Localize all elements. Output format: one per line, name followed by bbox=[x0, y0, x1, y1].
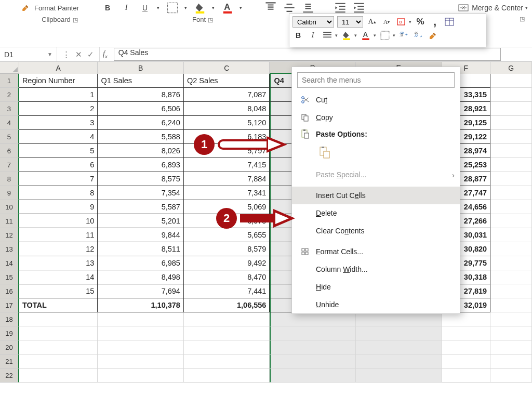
cell[interactable] bbox=[490, 172, 532, 186]
cell[interactable] bbox=[490, 298, 532, 312]
menu-item-delete[interactable]: Delete bbox=[292, 204, 460, 222]
cell[interactable] bbox=[490, 284, 532, 298]
dialog-launcher-icon[interactable]: ◳ bbox=[208, 17, 213, 23]
row-header[interactable]: 20 bbox=[0, 340, 19, 354]
fill-color-button[interactable] bbox=[341, 30, 352, 41]
cell[interactable]: 10 bbox=[19, 214, 98, 228]
font-size-select[interactable]: 11 bbox=[337, 16, 363, 28]
cell[interactable]: 5,201 bbox=[98, 214, 184, 228]
cell[interactable]: 6 bbox=[19, 158, 98, 172]
increase-decimal-button[interactable]: .0.00 bbox=[398, 30, 410, 41]
cell[interactable]: 5,120 bbox=[184, 116, 270, 130]
cell[interactable] bbox=[490, 88, 532, 102]
cell[interactable] bbox=[356, 340, 442, 354]
cell[interactable] bbox=[356, 326, 442, 340]
column-header[interactable]: B bbox=[98, 62, 184, 74]
row-header[interactable]: 11 bbox=[0, 214, 19, 228]
cell[interactable] bbox=[490, 144, 532, 158]
cell[interactable]: 7,415 bbox=[184, 158, 270, 172]
paste-button[interactable] bbox=[316, 144, 334, 162]
merge-center-button[interactable]: Merge & Center ▾ bbox=[458, 3, 528, 12]
row-header[interactable]: 14 bbox=[0, 256, 19, 270]
row-header[interactable]: 17 bbox=[0, 298, 19, 312]
cell[interactable] bbox=[490, 340, 532, 354]
italic-button[interactable]: I bbox=[307, 30, 318, 41]
row-header[interactable]: 6 bbox=[0, 144, 19, 158]
cell[interactable] bbox=[19, 326, 98, 340]
cell[interactable] bbox=[98, 369, 184, 383]
row-header[interactable]: 4 bbox=[0, 116, 19, 130]
cell[interactable]: 1,10,378 bbox=[98, 298, 184, 312]
cell[interactable]: 8,876 bbox=[98, 88, 184, 102]
cell[interactable]: 8,498 bbox=[98, 270, 184, 284]
menu-item-clear-contents[interactable]: Clear Contents bbox=[292, 222, 460, 240]
cell[interactable]: 8,579 bbox=[184, 242, 270, 256]
cell[interactable]: 11 bbox=[19, 228, 98, 242]
cell[interactable] bbox=[442, 354, 490, 369]
decrease-decimal-button[interactable]: .00.0 bbox=[413, 30, 424, 41]
cell[interactable]: 8,575 bbox=[98, 172, 184, 186]
menu-item-cut[interactable]: Cut bbox=[292, 91, 460, 109]
cell[interactable] bbox=[490, 200, 532, 214]
select-all-button[interactable] bbox=[0, 62, 19, 74]
cell[interactable]: 1,06,556 bbox=[184, 298, 270, 312]
cell[interactable]: 13 bbox=[19, 256, 98, 270]
cell[interactable] bbox=[490, 270, 532, 284]
cell[interactable]: 7,441 bbox=[184, 284, 270, 298]
row-header[interactable]: 10 bbox=[0, 200, 19, 214]
cell[interactable]: 7,354 bbox=[98, 186, 184, 200]
align-middle-button[interactable] bbox=[284, 2, 295, 14]
cell[interactable]: 8,511 bbox=[98, 242, 184, 256]
cell[interactable] bbox=[490, 369, 532, 383]
cell[interactable] bbox=[184, 340, 270, 354]
cell[interactable] bbox=[19, 369, 98, 383]
fx-icon[interactable]: fx bbox=[100, 50, 111, 59]
cell[interactable]: 5,587 bbox=[98, 200, 184, 214]
cell[interactable] bbox=[98, 354, 184, 369]
column-header[interactable]: A bbox=[19, 62, 98, 74]
row-header[interactable]: 21 bbox=[0, 354, 19, 369]
format-painter-button[interactable] bbox=[428, 30, 439, 41]
row-header[interactable]: 8 bbox=[0, 172, 19, 186]
menu-item-hide[interactable]: Hide bbox=[292, 278, 460, 296]
cell[interactable]: 3 bbox=[19, 116, 98, 130]
cell[interactable] bbox=[490, 158, 532, 172]
decrease-indent-button[interactable] bbox=[335, 2, 346, 14]
cell[interactable] bbox=[490, 354, 532, 369]
row-header[interactable]: 18 bbox=[0, 312, 19, 326]
cell[interactable]: 5,588 bbox=[98, 130, 184, 144]
cell[interactable] bbox=[442, 340, 490, 354]
cell[interactable] bbox=[490, 130, 532, 144]
cell[interactable] bbox=[270, 326, 356, 340]
row-header[interactable]: 12 bbox=[0, 228, 19, 242]
menu-item-copy[interactable]: Copy bbox=[292, 109, 460, 126]
cell[interactable] bbox=[490, 326, 532, 340]
border-button[interactable] bbox=[379, 30, 391, 41]
cell[interactable] bbox=[490, 102, 532, 116]
column-header[interactable]: C bbox=[184, 62, 270, 74]
cell[interactable]: 9,844 bbox=[98, 228, 184, 242]
cell[interactable] bbox=[270, 340, 356, 354]
cell[interactable]: 12 bbox=[19, 242, 98, 256]
cell[interactable]: Region Number bbox=[19, 74, 98, 88]
enter-button[interactable]: ✓ bbox=[87, 50, 94, 59]
cell[interactable]: TOTAL bbox=[19, 298, 98, 312]
cell[interactable] bbox=[270, 369, 356, 383]
cell[interactable] bbox=[490, 116, 532, 130]
menu-search-input[interactable]: Search the menus bbox=[297, 72, 455, 88]
cell[interactable]: 6,893 bbox=[98, 158, 184, 172]
cell[interactable]: 14 bbox=[19, 270, 98, 284]
align-bottom-button[interactable] bbox=[302, 2, 314, 14]
accounting-format-button[interactable]: ¤ bbox=[395, 16, 407, 28]
underline-button[interactable]: U bbox=[139, 2, 151, 14]
cell[interactable] bbox=[490, 214, 532, 228]
cell[interactable]: 5 bbox=[19, 144, 98, 158]
cell[interactable] bbox=[184, 369, 270, 383]
row-header[interactable]: 15 bbox=[0, 270, 19, 284]
cell[interactable]: 7 bbox=[19, 172, 98, 186]
row-header[interactable]: 7 bbox=[0, 158, 19, 172]
cell[interactable] bbox=[270, 312, 356, 326]
cell[interactable]: 9 bbox=[19, 200, 98, 214]
cell[interactable] bbox=[19, 340, 98, 354]
row-header[interactable]: 3 bbox=[0, 102, 19, 116]
